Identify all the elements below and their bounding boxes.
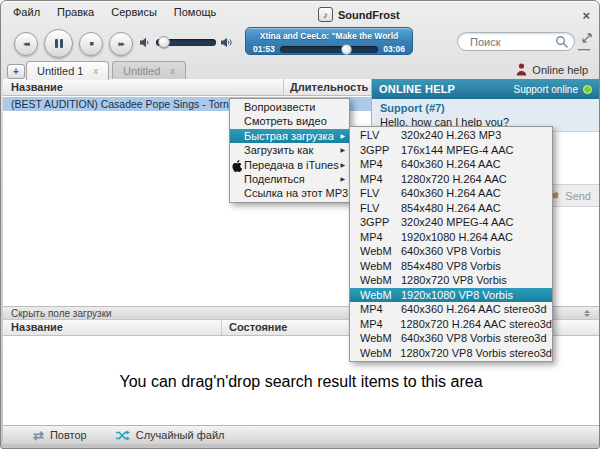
help-panel-header: ONLINE HELP Support online <box>372 79 599 99</box>
menu-services[interactable]: Сервисы <box>111 6 157 18</box>
format-spec: 854x480 VP8 Vorbis <box>401 259 501 274</box>
pause-button[interactable] <box>44 29 73 58</box>
format-option[interactable]: MP4640x360 H.264 AAC <box>350 157 552 172</box>
format-name: WebM <box>360 273 401 288</box>
format-option[interactable]: 3GPP320x240 MPEG-4 AAC <box>350 215 552 230</box>
forward-button[interactable]: ▸▸ <box>109 32 133 56</box>
format-option[interactable]: WebM1280x720 VP8 Vorbis <box>350 273 552 288</box>
format-spec: 640x360 H.264 AAC <box>401 186 501 201</box>
status-bar: ⇄ Повтор Случайный файл <box>3 425 599 444</box>
column-duration[interactable]: Длительность <box>290 81 368 93</box>
format-name: MP4 <box>360 317 400 332</box>
stop-icon: ■ <box>89 40 92 47</box>
music-note-icon: ♪ <box>318 7 333 22</box>
tab-label: Untitled 1 <box>37 65 83 77</box>
menu-item-label: Поделиться <box>244 173 305 185</box>
repeat-label: Повтор <box>50 429 87 441</box>
online-help-label: Online help <box>532 64 588 76</box>
column-divider[interactable] <box>283 79 284 95</box>
context-item-share[interactable]: Поделиться ▶ <box>230 172 349 186</box>
format-option[interactable]: MP4640x360 H.264 AAC stereo3d <box>350 302 552 317</box>
drag-drop-hint: You can drag'n'drop search result items … <box>3 373 599 391</box>
format-spec: 640x360 H.264 AAC stereo3d <box>401 302 547 317</box>
minimize-button[interactable]: — <box>578 43 590 55</box>
format-option[interactable]: FLV854x480 H.264 AAC <box>350 201 552 216</box>
menu-file[interactable]: Файл <box>13 6 40 18</box>
format-option[interactable]: FLV320x240 H.263 MP3 <box>350 128 552 143</box>
close-button[interactable]: × <box>582 9 590 22</box>
repeat-toggle[interactable]: ⇄ Повтор <box>33 429 87 442</box>
context-item-quick-download[interactable]: Быстрая загрузка ▶ <box>230 129 349 143</box>
tab-close-icon[interactable]: x <box>170 66 175 76</box>
column-name[interactable]: Название <box>11 81 63 93</box>
support-status-label: Support online <box>514 84 579 95</box>
format-spec: 854x480 H.264 AAC <box>401 201 501 216</box>
transport-controls: ◂◂ ■ ▸▸ <box>14 29 133 58</box>
submenu-arrow-icon: ▶ <box>340 143 345 157</box>
context-item-watch-video[interactable]: Смотреть видео <box>230 114 349 128</box>
context-item-send-to-itunes[interactable]: Передача в iTunes ▶ <box>230 158 349 172</box>
seek-bar[interactable] <box>280 46 379 53</box>
format-option[interactable]: WebM1280x720 VP8 Vorbis stereo3d <box>350 346 552 361</box>
format-name: WebM <box>360 288 401 303</box>
tab-label: Untitled <box>123 65 160 77</box>
pause-icon <box>55 39 63 48</box>
format-spec: 1280x720 VP8 Vorbis stereo3d <box>400 346 552 361</box>
rewind-icon: ◂◂ <box>23 40 28 48</box>
search-box <box>457 32 575 51</box>
menu-edit[interactable]: Правка <box>57 6 94 18</box>
format-spec: 640x360 VP8 Vorbis stereo3d <box>401 331 547 346</box>
add-tab-button[interactable]: + <box>7 64 25 79</box>
repeat-icon: ⇄ <box>33 429 44 442</box>
soundfrost-window: Файл Правка Сервисы Помощь ♪ SoundFrost … <box>0 0 600 449</box>
format-spec: 1280x720 H.264 AAC <box>401 172 507 187</box>
format-option-highlighted[interactable]: WebM1920x1080 VP8 Vorbis <box>350 288 552 303</box>
support-agent-name: Support (#7) <box>380 102 591 114</box>
stop-button[interactable]: ■ <box>79 32 103 56</box>
context-item-play[interactable]: Вопроизвести <box>230 100 349 114</box>
format-option[interactable]: WebM640x360 VP8 Vorbis <box>350 244 552 259</box>
format-option[interactable]: MP41280x720 H.264 AAC stereo3d <box>350 317 552 332</box>
seek-knob[interactable] <box>341 44 352 55</box>
format-option[interactable]: WebM640x360 VP8 Vorbis stereo3d <box>350 331 552 346</box>
now-playing-box: Xtina and CeeLo: "Make the World 01:53 0… <box>245 27 413 55</box>
format-name: FLV <box>360 201 401 216</box>
online-help-link[interactable]: Online help <box>516 63 588 76</box>
context-item-mp3-link[interactable]: Ссылка на этот MP3 файл <box>230 186 349 200</box>
random-file-toggle[interactable]: Случайный файл <box>115 429 225 441</box>
format-option[interactable]: 3GPP176x144 MPEG-4 AAC <box>350 143 552 158</box>
format-option[interactable]: MP41920x1080 H.264 AAC <box>350 230 552 245</box>
format-name: WebM <box>360 244 401 259</box>
format-spec: 640x360 H.264 AAC <box>401 157 501 172</box>
submenu-arrow-icon: ▶ <box>340 129 345 143</box>
menu-item-label: Передача в iTunes <box>244 159 339 171</box>
time-current: 01:53 <box>253 44 275 54</box>
shuffle-icon <box>115 430 130 441</box>
format-name: WebM <box>360 346 400 361</box>
tab-untitled-1[interactable]: Untitled 1 x <box>26 61 109 80</box>
random-file-label: Случайный файл <box>136 429 225 441</box>
format-spec: 1920x1080 H.264 AAC <box>401 230 513 245</box>
context-item-download-as[interactable]: Загрузить как ▶ <box>230 143 349 157</box>
tab-close-icon[interactable]: x <box>93 66 98 76</box>
search-input[interactable] <box>468 35 555 49</box>
rewind-button[interactable]: ◂◂ <box>14 32 38 56</box>
column-name[interactable]: Название <box>11 321 63 333</box>
menu-item-label: Быстрая загрузка <box>244 130 334 142</box>
column-divider[interactable] <box>221 320 222 335</box>
column-state[interactable]: Состояние <box>229 321 287 333</box>
format-spec: 320x240 H.263 MP3 <box>401 128 501 143</box>
volume-knob[interactable] <box>158 36 170 48</box>
format-spec: 640x360 VP8 Vorbis <box>401 244 501 259</box>
column-chooser-icon[interactable] <box>584 310 590 317</box>
menu-help[interactable]: Помощь <box>174 6 217 18</box>
format-option[interactable]: WebM854x480 VP8 Vorbis <box>350 259 552 274</box>
volume-slider[interactable] <box>156 39 216 46</box>
format-option[interactable]: FLV640x360 H.264 AAC <box>350 186 552 201</box>
send-button[interactable]: Send <box>565 190 591 202</box>
person-icon <box>516 63 527 76</box>
format-name: WebM <box>360 331 401 346</box>
tab-untitled-2[interactable]: Untitled x <box>112 61 186 80</box>
format-option[interactable]: MP41280x720 H.264 AAC <box>350 172 552 187</box>
volume-control <box>140 37 234 48</box>
